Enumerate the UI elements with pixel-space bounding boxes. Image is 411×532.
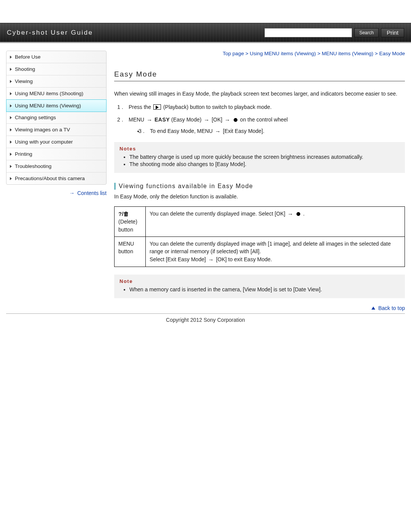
sidebar-item-precautions[interactable]: Precautions/About this camera xyxy=(6,173,106,184)
breadcrumb-top[interactable]: Top page xyxy=(223,51,244,56)
sidebar-item-printing[interactable]: Printing xyxy=(6,148,106,160)
sidebar-nav: Before Use Shooting Viewing Using MENU i… xyxy=(6,51,107,185)
note-item: The battery charge is used up more quick… xyxy=(129,154,400,160)
delete-desc-cell: You can delete the currently displayed i… xyxy=(146,206,405,236)
center-button-icon xyxy=(296,212,300,216)
notes-title: Note xyxy=(119,278,400,284)
arrow-icon: → xyxy=(288,210,293,218)
sidebar-item-viewing[interactable]: Viewing xyxy=(6,75,106,88)
breadcrumb-menu-items-viewing[interactable]: MENU items (Viewing) xyxy=(322,51,374,56)
functions-table: ?/🗑 (Delete) button You can delete the c… xyxy=(114,206,405,267)
note-item: The shooting mode also changes to [Easy … xyxy=(129,161,400,167)
section-intro: In Easy Mode, only the deletion function… xyxy=(114,193,405,200)
sidebar-item-label: Changing settings xyxy=(15,115,56,120)
sidebar-item-label: Troubleshooting xyxy=(15,163,51,169)
easy-icon: EASY xyxy=(155,117,170,123)
table-row: MENU button You can delete the currently… xyxy=(115,237,405,267)
sidebar-item-label: Viewing images on a TV xyxy=(15,127,70,133)
search-input[interactable] xyxy=(264,28,352,37)
delete-button-cell: ?/🗑 (Delete) button xyxy=(115,206,146,236)
help-trash-icon: ?/🗑 xyxy=(118,211,129,217)
menu-desc-cell: You can delete the currently displayed i… xyxy=(146,237,405,267)
step-2: MENU → EASY (Easy Mode) → [OK] → on the … xyxy=(122,115,405,136)
sidebar-item-label: Precautions/About this camera xyxy=(15,176,85,181)
arrow-icon: → xyxy=(208,256,214,264)
site-title: Cyber-shot User Guide xyxy=(7,29,93,37)
search-button[interactable]: Search xyxy=(354,28,379,37)
sidebar-item-label: Using with your computer xyxy=(15,139,73,145)
page-title: Easy Mode xyxy=(114,70,405,81)
triangle-up-icon xyxy=(371,307,375,310)
arrow-icon: → xyxy=(204,115,209,125)
sidebar-item-label: Using MENU items (Shooting) xyxy=(15,91,83,96)
table-row: ?/🗑 (Delete) button You can delete the c… xyxy=(115,206,405,236)
steps-list: Press the (Playback) button to switch to… xyxy=(114,103,405,136)
intro-text: When viewing still images in Easy Mode, … xyxy=(114,90,405,97)
arrow-icon: → xyxy=(215,127,221,136)
step-2-sub: To end Easy Mode, MENU → [Exit Easy Mode… xyxy=(143,127,405,136)
sidebar-item-changing-settings[interactable]: Changing settings xyxy=(6,112,106,124)
menu-button-cell: MENU button xyxy=(115,237,146,267)
sidebar-item-viewing-tv[interactable]: Viewing images on a TV xyxy=(6,124,106,136)
notes-box-1: Notes The battery charge is used up more… xyxy=(114,142,405,173)
sidebar-item-label: Before Use xyxy=(15,54,41,60)
sidebar-item-label: Using MENU items (Viewing) xyxy=(15,103,81,109)
sidebar-item-menu-viewing[interactable]: Using MENU items (Viewing) xyxy=(6,99,107,112)
sidebar-item-shooting[interactable]: Shooting xyxy=(6,63,106,75)
breadcrumb-menu-viewing[interactable]: Using MENU items (Viewing) xyxy=(250,51,316,56)
sidebar-item-before-use[interactable]: Before Use xyxy=(6,51,106,63)
back-to-top-link[interactable]: Back to top xyxy=(378,305,405,311)
breadcrumb-easy-mode[interactable]: Easy Mode xyxy=(379,51,405,56)
contents-list-link[interactable]: Contents list xyxy=(77,190,107,196)
print-button[interactable]: Print xyxy=(381,28,404,37)
header-bar: Cyber-shot User Guide Search Print xyxy=(0,23,411,42)
notes-box-2: Note When a memory card is inserted in t… xyxy=(114,275,405,298)
notes-title: Notes xyxy=(119,146,400,152)
arrow-icon: → xyxy=(225,115,230,125)
sidebar-item-menu-shooting[interactable]: Using MENU items (Shooting) xyxy=(6,88,106,100)
note-item: When a memory card is inserted in the ca… xyxy=(129,286,400,292)
copyright: Copyright 2012 Sony Corporation xyxy=(0,314,411,334)
breadcrumb: Top page > Using MENU items (Viewing) > … xyxy=(114,51,405,56)
playback-icon xyxy=(153,104,161,110)
sidebar-item-label: Printing xyxy=(15,151,32,157)
sidebar-item-label: Viewing xyxy=(15,78,33,84)
arrow-right-icon: → xyxy=(69,190,75,196)
section-title: Viewing functions available in Easy Mode xyxy=(114,183,405,190)
sidebar-item-label: Shooting xyxy=(15,66,35,72)
sidebar-item-troubleshooting[interactable]: Troubleshooting xyxy=(6,160,106,173)
sidebar-item-using-computer[interactable]: Using with your computer xyxy=(6,136,106,148)
center-button-icon xyxy=(234,118,237,122)
arrow-icon: → xyxy=(147,115,152,125)
step-1: Press the (Playback) button to switch to… xyxy=(122,103,405,111)
